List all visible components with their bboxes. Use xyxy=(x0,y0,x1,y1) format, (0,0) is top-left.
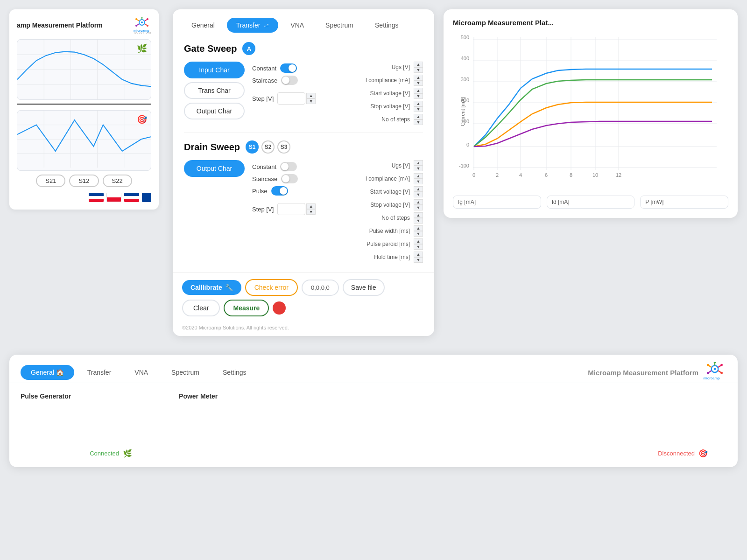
drain-step-input[interactable] xyxy=(277,203,305,215)
drain-constant-toggle[interactable] xyxy=(280,162,297,171)
drain-stop-stepper[interactable]: ▲ ▼ xyxy=(414,199,423,210)
stop-button[interactable] xyxy=(273,301,286,315)
gate-param-compliance: I compliance [mA] xyxy=(323,77,410,84)
gate-ugs-up[interactable]: ▲ xyxy=(414,62,423,67)
svg-text:400: 400 xyxy=(461,56,469,61)
s21-button[interactable]: S21 xyxy=(36,175,65,187)
svg-point-10 xyxy=(135,25,137,27)
gate-stop-up[interactable]: ▲ xyxy=(414,101,423,106)
svg-text:-100: -100 xyxy=(459,163,469,168)
drain-ugs-stepper[interactable]: ▲ ▼ xyxy=(414,160,423,171)
drain-steps-stepper[interactable]: ▲ ▼ xyxy=(414,212,423,224)
chart-y-label: Current [mA] xyxy=(460,97,465,126)
gate-start-up[interactable]: ▲ xyxy=(414,88,423,93)
drain-pp-stepper[interactable]: ▲ ▼ xyxy=(414,238,423,250)
drain-params: Ugs [V] ▲ ▼ I compliance [mA] ▲ ▼ Start … xyxy=(323,160,423,263)
drain-pw-stepper[interactable]: ▲ ▼ xyxy=(414,225,423,237)
bottom-tab-settings[interactable]: Settings xyxy=(212,365,257,380)
measure-button[interactable]: Measure xyxy=(224,300,269,316)
gate-compliance-stepper[interactable]: ▲ ▼ xyxy=(414,75,423,86)
drain-steps-down[interactable]: ▼ xyxy=(414,218,423,224)
gate-step-stepper: ▲ ▼ xyxy=(306,93,316,104)
gate-start-down[interactable]: ▼ xyxy=(414,93,423,99)
drain-comp-up[interactable]: ▲ xyxy=(414,173,423,179)
drain-start-stepper[interactable]: ▲ ▼ xyxy=(414,186,423,197)
s22-button[interactable]: S22 xyxy=(103,175,132,187)
gate-step-input[interactable] xyxy=(277,92,305,105)
gate-constant-toggle[interactable] xyxy=(280,63,297,73)
drain-hold-down[interactable]: ▼ xyxy=(414,257,423,263)
gate-staircase-toggle[interactable] xyxy=(281,76,298,85)
drain-pp-down[interactable]: ▼ xyxy=(414,244,423,250)
bottom-tab-vna[interactable]: VNA xyxy=(124,365,158,380)
s12-button[interactable]: S12 xyxy=(69,175,99,187)
gate-steps-down[interactable]: ▼ xyxy=(414,119,423,125)
calibrate-button[interactable]: Calllibrate 🔧 xyxy=(182,280,241,295)
gate-steps-up[interactable]: ▲ xyxy=(414,114,423,119)
svg-text:500: 500 xyxy=(461,35,469,40)
drain-comp-down[interactable]: ▼ xyxy=(414,179,423,184)
drain-s2-badge[interactable]: S2 xyxy=(261,140,275,154)
gate-compliance-up[interactable]: ▲ xyxy=(414,75,423,80)
gate-ugs-down[interactable]: ▼ xyxy=(414,67,423,73)
tab-vna[interactable]: VNA xyxy=(281,18,313,33)
drain-step-up[interactable]: ▲ xyxy=(306,203,316,209)
tab-spectrum[interactable]: Spectrum xyxy=(316,18,363,33)
drain-pw-up[interactable]: ▲ xyxy=(414,225,423,231)
bottom-tab-spectrum[interactable]: Spectrum xyxy=(161,365,210,380)
drain-steps-up[interactable]: ▲ xyxy=(414,212,423,218)
drain-pulse-toggle[interactable] xyxy=(271,186,288,196)
save-file-button[interactable]: Save file xyxy=(343,279,385,296)
drain-pw-down[interactable]: ▼ xyxy=(414,231,423,237)
input-char-button[interactable]: Input Char xyxy=(184,62,245,78)
drain-step-down[interactable]: ▼ xyxy=(306,209,316,215)
drain-hold-up[interactable]: ▲ xyxy=(414,252,423,257)
drain-pp-up[interactable]: ▲ xyxy=(414,238,423,244)
gate-start-stepper[interactable]: ▲ ▼ xyxy=(414,88,423,99)
drain-compliance-stepper[interactable]: ▲ ▼ xyxy=(414,173,423,184)
drain-ugs-up[interactable]: ▲ xyxy=(414,160,423,166)
drain-hold-stepper[interactable]: ▲ ▼ xyxy=(414,252,423,263)
eu-flag-2 xyxy=(124,193,139,202)
gate-sweep-left: Input Char Trans Char Output Char xyxy=(184,62,245,125)
drain-start-up[interactable]: ▲ xyxy=(414,186,423,192)
output-char-button-gate[interactable]: Output Char xyxy=(184,103,245,119)
clear-button[interactable]: Clear xyxy=(182,300,220,316)
drain-step-stepper: ▲ ▼ xyxy=(306,203,316,215)
metric-id-label: Id [mA] xyxy=(552,199,570,205)
metric-ig-input[interactable] xyxy=(477,199,514,205)
tab-settings[interactable]: Settings xyxy=(366,18,408,33)
drain-ugs-down[interactable]: ▼ xyxy=(414,166,423,171)
drain-s1-badge[interactable]: S1 xyxy=(246,140,259,154)
gate-step-down[interactable]: ▼ xyxy=(306,98,316,104)
trans-char-button[interactable]: Trans Char xyxy=(184,82,245,99)
drain-staircase-toggle[interactable] xyxy=(281,174,298,183)
gate-param-ugs: Ugs [V] xyxy=(323,64,410,70)
drain-stop-down[interactable]: ▼ xyxy=(414,205,423,210)
output-char-button-drain[interactable]: Output Char xyxy=(184,160,245,177)
drain-pulse-label: Pulse xyxy=(252,188,268,195)
check-error-button[interactable]: Check error xyxy=(245,279,298,296)
bottom-toolbar: Calllibrate 🔧 Check error 0,0,0,0 Save f… xyxy=(173,272,434,323)
disconnected-status-row: Disconnected 🎯 xyxy=(658,449,708,458)
metric-ig: Ig [mA] xyxy=(453,196,541,209)
svg-text:SOLUTIONS: SOLUTIONS xyxy=(134,31,151,34)
drain-s3-badge[interactable]: S3 xyxy=(277,140,290,154)
metric-id-input[interactable] xyxy=(571,199,608,205)
tab-general[interactable]: General xyxy=(182,18,224,33)
drain-start-down[interactable]: ▼ xyxy=(414,192,423,197)
gate-compliance-down[interactable]: ▼ xyxy=(414,80,423,86)
connected-label: Connected xyxy=(90,450,119,457)
gate-stop-stepper[interactable]: ▲ ▼ xyxy=(414,101,423,112)
gate-ugs-stepper[interactable]: ▲ ▼ xyxy=(414,62,423,73)
section-divider xyxy=(184,133,423,133)
drain-stop-up[interactable]: ▲ xyxy=(414,199,423,205)
coords-display[interactable]: 0,0,0,0 xyxy=(302,280,339,296)
bottom-tab-transfer[interactable]: Transfer xyxy=(77,365,122,380)
gate-stop-down[interactable]: ▼ xyxy=(414,106,423,112)
gate-steps-stepper[interactable]: ▲ ▼ xyxy=(414,114,423,125)
bottom-tab-general[interactable]: General 🏠 xyxy=(21,365,74,380)
tab-transfer[interactable]: Transfer ⇌ xyxy=(227,18,279,33)
metric-p-input[interactable] xyxy=(665,199,703,205)
gate-step-up[interactable]: ▲ xyxy=(306,93,316,98)
